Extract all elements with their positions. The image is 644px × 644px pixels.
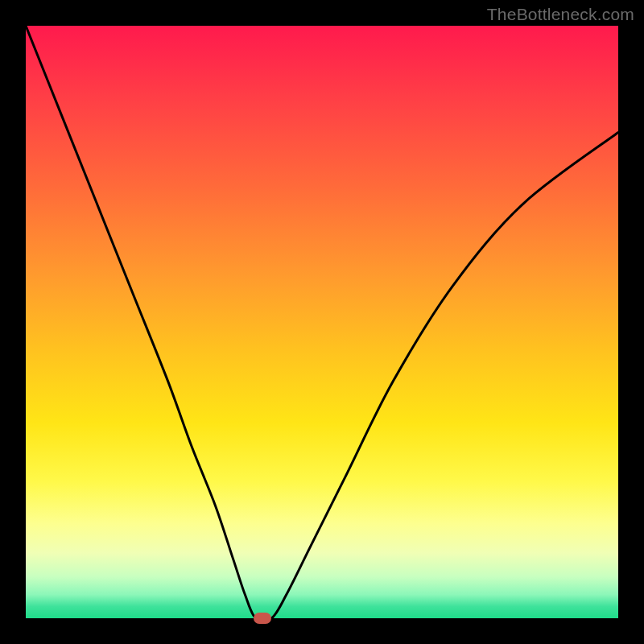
plot-area	[26, 26, 618, 618]
bottleneck-curve	[26, 26, 618, 618]
chart-frame: TheBottleneck.com	[0, 0, 644, 644]
watermark-text: TheBottleneck.com	[487, 5, 634, 24]
optimum-marker	[254, 613, 271, 624]
curve-svg	[26, 26, 618, 618]
